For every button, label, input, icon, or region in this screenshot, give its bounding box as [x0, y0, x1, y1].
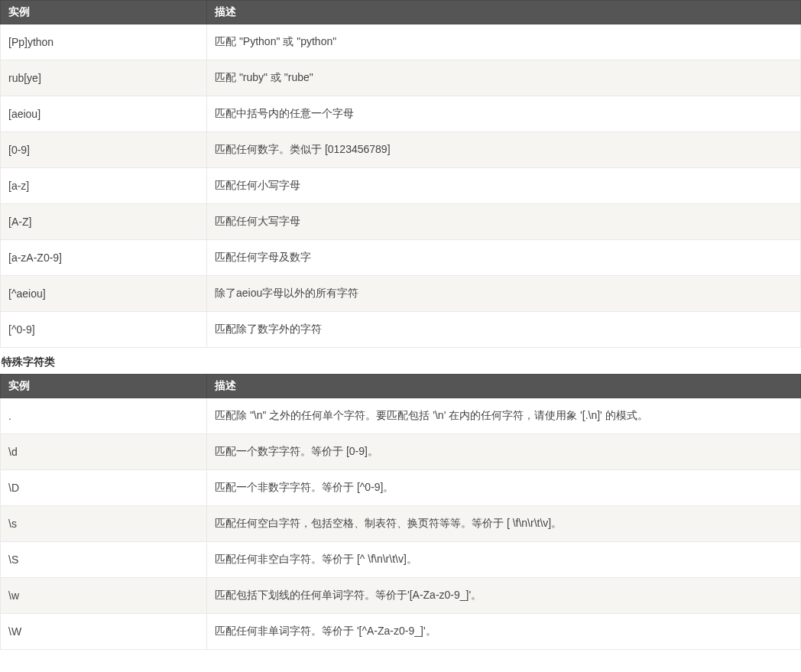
cell-description: 匹配任何非单词字符。等价于 '[^A-Za-z0-9_]'。 [207, 614, 801, 650]
header-description: 描述 [207, 375, 801, 398]
header-example: 实例 [1, 1, 207, 24]
cell-example: \w [1, 578, 207, 614]
cell-description: 匹配 "ruby" 或 "rube" [207, 60, 801, 96]
table-row: . 匹配除 "\n" 之外的任何单个字符。要匹配包括 '\n' 在内的任何字符，… [1, 398, 801, 434]
cell-example: [aeiou] [1, 96, 207, 132]
cell-description: 匹配包括下划线的任何单词字符。等价于'[A-Za-z0-9_]'。 [207, 578, 801, 614]
cell-example: rub[ye] [1, 60, 207, 96]
cell-example: [^0-9] [1, 312, 207, 348]
cell-description: 匹配任何空白字符，包括空格、制表符、换页符等等。等价于 [ \f\n\r\t\v… [207, 506, 801, 542]
cell-description: 匹配除了数字外的字符 [207, 312, 801, 348]
cell-description: 匹配中括号内的任意一个字母 [207, 96, 801, 132]
cell-example: [A-Z] [1, 204, 207, 240]
regex-charclass-table: 实例 描述 [Pp]ython 匹配 "Python" 或 "python" r… [0, 0, 801, 348]
header-description: 描述 [207, 1, 801, 24]
cell-example: \d [1, 434, 207, 470]
table-header-row: 实例 描述 [1, 375, 801, 398]
cell-description: 匹配一个非数字字符。等价于 [^0-9]。 [207, 470, 801, 506]
table-row: [A-Z] 匹配任何大写字母 [1, 204, 801, 240]
table-row: \w 匹配包括下划线的任何单词字符。等价于'[A-Za-z0-9_]'。 [1, 578, 801, 614]
cell-example: [^aeiou] [1, 276, 207, 312]
cell-example: \S [1, 542, 207, 578]
table-row: rub[ye] 匹配 "ruby" 或 "rube" [1, 60, 801, 96]
cell-description: 匹配任何非空白字符。等价于 [^ \f\n\r\t\v]。 [207, 542, 801, 578]
cell-example: \s [1, 506, 207, 542]
cell-description: 匹配任何大写字母 [207, 204, 801, 240]
cell-example: [0-9] [1, 132, 207, 168]
cell-description: 匹配除 "\n" 之外的任何单个字符。要匹配包括 '\n' 在内的任何字符，请使… [207, 398, 801, 434]
table-row: \W 匹配任何非单词字符。等价于 '[^A-Za-z0-9_]'。 [1, 614, 801, 650]
table-header-row: 实例 描述 [1, 1, 801, 24]
cell-description: 除了aeiou字母以外的所有字符 [207, 276, 801, 312]
table-row: \s 匹配任何空白字符，包括空格、制表符、换页符等等。等价于 [ \f\n\r\… [1, 506, 801, 542]
cell-example: \W [1, 614, 207, 650]
table-row: \d 匹配一个数字字符。等价于 [0-9]。 [1, 434, 801, 470]
cell-example: [Pp]ython [1, 24, 207, 60]
regex-special-table: 实例 描述 . 匹配除 "\n" 之外的任何单个字符。要匹配包括 '\n' 在内… [0, 374, 801, 650]
cell-example: [a-zA-Z0-9] [1, 240, 207, 276]
section-heading-special: 特殊字符类 [0, 348, 801, 374]
table-row: [Pp]ython 匹配 "Python" 或 "python" [1, 24, 801, 60]
table-row: \S 匹配任何非空白字符。等价于 [^ \f\n\r\t\v]。 [1, 542, 801, 578]
cell-description: 匹配 "Python" 或 "python" [207, 24, 801, 60]
header-example: 实例 [1, 375, 207, 398]
table-row: \D 匹配一个非数字字符。等价于 [^0-9]。 [1, 470, 801, 506]
cell-description: 匹配任何小写字母 [207, 168, 801, 204]
cell-example: \D [1, 470, 207, 506]
table-row: [0-9] 匹配任何数字。类似于 [0123456789] [1, 132, 801, 168]
table-row: [^0-9] 匹配除了数字外的字符 [1, 312, 801, 348]
cell-description: 匹配一个数字字符。等价于 [0-9]。 [207, 434, 801, 470]
cell-description: 匹配任何数字。类似于 [0123456789] [207, 132, 801, 168]
table-row: [a-zA-Z0-9] 匹配任何字母及数字 [1, 240, 801, 276]
table-row: [aeiou] 匹配中括号内的任意一个字母 [1, 96, 801, 132]
table-row: [^aeiou] 除了aeiou字母以外的所有字符 [1, 276, 801, 312]
table-row: [a-z] 匹配任何小写字母 [1, 168, 801, 204]
cell-example: . [1, 398, 207, 434]
cell-description: 匹配任何字母及数字 [207, 240, 801, 276]
cell-example: [a-z] [1, 168, 207, 204]
